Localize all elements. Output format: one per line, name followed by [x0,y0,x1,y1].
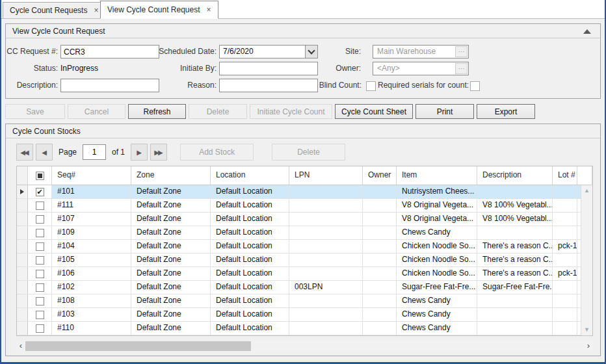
row-checkbox-cell[interactable] [28,254,52,266]
cell-zone[interactable]: Default Zone [131,267,211,280]
cell-location[interactable]: Default Location [211,254,289,266]
cell-lpn[interactable] [289,213,363,226]
row-checkbox-cell[interactable] [28,240,52,253]
scroll-right-icon[interactable]: › [584,341,593,352]
cell-location[interactable]: Default Location [211,294,289,307]
table-row[interactable]: #104Default ZoneDefault LocationChicken … [17,240,592,254]
cell-lpn[interactable] [289,322,363,335]
page-number-input[interactable] [83,144,106,160]
cell-seq[interactable]: #108 [52,294,131,307]
row-checkbox[interactable] [36,324,44,333]
cell-item[interactable]: Chews Candy [397,322,477,335]
column-header-owner[interactable]: Owner [363,166,397,185]
cell-owner[interactable] [363,213,397,226]
tab-cycle-count-requests[interactable]: Cycle Count Requests × [3,2,105,18]
cell-zone[interactable]: Default Zone [131,308,211,321]
row-checkbox[interactable] [36,256,44,265]
cell-lpn[interactable] [289,294,363,307]
lookup-ellipsis-button[interactable]: ··· [455,46,468,57]
cell-seq[interactable]: #102 [52,281,131,294]
table-row[interactable]: #111Default ZoneDefault LocationV8 Origi… [17,199,592,213]
site-lookup[interactable]: Main Warehouse ··· [373,45,469,58]
previous-page-button[interactable]: ◀ [36,144,53,161]
cell-owner[interactable] [363,226,397,239]
row-checkbox-cell[interactable] [28,322,52,335]
cell-item[interactable]: Chicken Noodle So... [397,267,477,280]
cell-item[interactable]: Chews Candy [397,308,477,321]
cell-description[interactable]: V8 100% Vegetabl... [477,213,553,226]
cell-seq[interactable]: #101 [52,185,131,198]
select-all-checkbox[interactable] [36,172,44,180]
header-checkbox-cell[interactable] [28,166,52,185]
row-checkbox-cell[interactable]: ✔ [28,185,52,198]
row-checkbox-cell[interactable] [28,199,52,212]
column-header-lpn[interactable]: LPN [289,166,363,185]
cell-item[interactable]: Chews Candy [397,226,477,239]
blind-count-checkbox[interactable] [366,81,376,91]
refresh-button[interactable]: Refresh [128,104,186,119]
scroll-up-icon[interactable]: ▲ [581,185,592,196]
cell-lpn[interactable] [289,267,363,280]
cell-seq[interactable]: #105 [52,254,131,266]
lookup-ellipsis-button[interactable]: ··· [455,63,468,74]
cell-description[interactable]: There's a reason C... [477,240,553,253]
cell-description[interactable]: There's a reason C... [477,254,553,266]
cell-location[interactable]: Default Location [211,322,289,335]
cell-lot[interactable] [553,199,577,212]
cell-owner[interactable] [363,322,397,335]
close-icon[interactable]: × [207,6,211,14]
cell-zone[interactable]: Default Zone [131,213,211,226]
vertical-scrollbar[interactable]: ▲ ▼ [581,185,592,335]
cell-lot[interactable] [553,308,577,321]
row-checkbox-cell[interactable] [28,308,52,321]
scroll-down-icon[interactable]: ▼ [581,324,592,335]
cell-item[interactable]: Nutrisystem Chees... [397,185,477,198]
tab-view-cycle-count-request[interactable]: View Cycle Count Request × [100,1,218,19]
column-header-seq[interactable]: Seq# [52,166,131,185]
export-button[interactable]: Export [477,104,535,119]
cell-lpn[interactable] [289,226,363,239]
cell-item[interactable]: V8 Original Vegeta... [397,199,477,212]
cell-item[interactable]: Sugar-Free Fat-Fre... [397,281,477,294]
table-row[interactable]: #109Default ZoneDefault LocationChews Ca… [17,226,592,240]
cell-lot[interactable] [553,185,577,198]
table-row[interactable]: #103Default ZoneDefault LocationChews Ca… [17,308,592,322]
delete-stock-button[interactable]: Delete [272,144,345,161]
row-indicator-cell[interactable] [17,185,28,198]
row-checkbox[interactable] [36,270,44,278]
cell-lot[interactable] [553,281,577,294]
column-header-item[interactable]: Item [397,166,477,185]
row-indicator-cell[interactable] [17,267,28,280]
cycle-count-sheet-button[interactable]: Cycle Count Sheet [335,104,413,119]
row-indicator-cell[interactable] [17,226,28,239]
table-row[interactable]: #110Default ZoneDefault LocationChews Ca… [17,322,592,335]
cell-lpn[interactable] [289,254,363,266]
horizontal-scrollbar[interactable]: ‹ › [16,341,593,352]
next-page-button[interactable]: ▶ [131,144,148,161]
cell-seq[interactable]: #104 [52,240,131,253]
row-checkbox-cell[interactable] [28,267,52,280]
table-row[interactable]: #108Default ZoneDefault LocationChews Ca… [17,294,592,308]
cell-seq[interactable]: #106 [52,267,131,280]
row-indicator-cell[interactable] [17,281,28,294]
row-checkbox[interactable] [36,229,44,237]
cell-zone[interactable]: Default Zone [131,281,211,294]
cell-location[interactable]: Default Location [211,185,289,198]
cell-seq[interactable]: #103 [52,308,131,321]
cell-item[interactable]: Chews Candy [397,294,477,307]
cell-zone[interactable]: Default Zone [131,199,211,212]
initiate-cycle-count-button[interactable]: Initiate Cycle Count [250,104,332,119]
table-row[interactable]: #105Default ZoneDefault LocationChicken … [17,254,592,267]
cell-zone[interactable]: Default Zone [131,226,211,239]
cell-zone[interactable]: Default Zone [131,185,211,198]
initiate-by-input[interactable] [219,62,318,75]
cell-location[interactable]: Default Location [211,240,289,253]
cell-location[interactable]: Default Location [211,199,289,212]
cell-description[interactable] [477,226,553,239]
cell-seq[interactable]: #109 [52,226,131,239]
table-row[interactable]: ✔#101Default ZoneDefault LocationNutrisy… [17,185,592,199]
save-button[interactable]: Save [5,104,65,119]
cell-location[interactable]: Default Location [211,213,289,226]
cell-lot[interactable]: pck-1 [553,267,577,280]
scheduled-date-combobox[interactable]: 7/6/2020 [219,45,318,58]
